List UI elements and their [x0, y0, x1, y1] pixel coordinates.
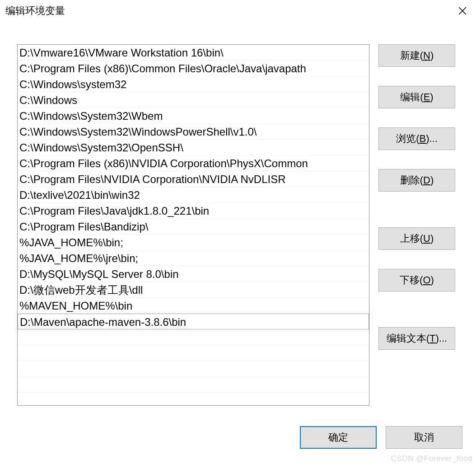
browse-button[interactable]: 浏览(B)...: [378, 127, 455, 150]
delete-button[interactable]: 删除(D): [378, 169, 455, 192]
list-item-empty: [18, 345, 369, 361]
list-item[interactable]: C:\Windows\System32\Wbem: [18, 108, 369, 124]
list-item[interactable]: C:\Program Files\Java\jdk1.8.0_221\bin: [18, 203, 369, 219]
dialog-footer: 确定 取消: [300, 426, 462, 449]
list-item[interactable]: C:\Windows\system32: [18, 76, 369, 92]
list-item[interactable]: %JAVA_HOME%\bin;: [18, 235, 369, 250]
edit-button[interactable]: 编辑(E): [378, 86, 455, 108]
list-item[interactable]: D:\微信web开发者工具\dll: [18, 282, 369, 298]
list-item-empty: [18, 329, 369, 345]
list-item[interactable]: C:\Windows: [18, 92, 369, 108]
list-item[interactable]: C:\Program Files\Bandizip\: [18, 219, 369, 235]
list-item-empty: [18, 377, 369, 393]
list-item[interactable]: C:\Program Files (x86)\NVIDIA Corporatio…: [18, 155, 369, 171]
list-item[interactable]: D:\Vmware16\VMware Workstation 16\bin\: [18, 45, 369, 61]
list-item[interactable]: D:\MySQL\MySQL Server 8.0\bin: [18, 266, 369, 282]
watermark: CSDN @Forever_food: [391, 454, 472, 463]
button-column: 新建(N) 编辑(E) 浏览(B)... 删除(D) 上移(U) 下移(O) 编…: [378, 44, 455, 406]
path-listbox[interactable]: D:\Vmware16\VMware Workstation 16\bin\C:…: [17, 44, 369, 406]
list-item[interactable]: C:\Windows\System32\WindowsPowerShell\v1…: [18, 124, 369, 140]
edit-text-button[interactable]: 编辑文本(T)...: [378, 327, 455, 350]
list-item[interactable]: C:\Program Files\NVIDIA Corporation\NVID…: [18, 171, 369, 187]
new-button[interactable]: 新建(N): [378, 44, 455, 67]
move-down-button[interactable]: 下移(O): [378, 269, 455, 291]
close-button[interactable]: [449, 0, 476, 22]
window-title: 编辑环境变量: [5, 4, 65, 18]
ok-button[interactable]: 确定: [300, 426, 377, 449]
close-icon: [458, 7, 467, 15]
cancel-button[interactable]: 取消: [386, 426, 462, 449]
list-item[interactable]: %MAVEN_HOME%\bin: [18, 298, 369, 314]
dialog-content: D:\Vmware16\VMware Workstation 16\bin\C:…: [0, 22, 476, 406]
titlebar: 编辑环境变量: [0, 0, 476, 22]
list-item[interactable]: D:\texlive\2021\bin\win32: [18, 187, 369, 203]
list-item[interactable]: %JAVA_HOME%\jre\bin;: [18, 250, 369, 266]
list-item-empty: [18, 361, 369, 377]
list-item-empty: [18, 393, 369, 406]
list-item[interactable]: C:\Windows\System32\OpenSSH\: [18, 140, 369, 155]
list-item[interactable]: C:\Program Files (x86)\Common Files\Orac…: [18, 61, 369, 76]
move-up-button[interactable]: 上移(U): [378, 227, 455, 250]
list-item[interactable]: D:\Maven\apache-maven-3.8.6\bin: [18, 314, 369, 329]
